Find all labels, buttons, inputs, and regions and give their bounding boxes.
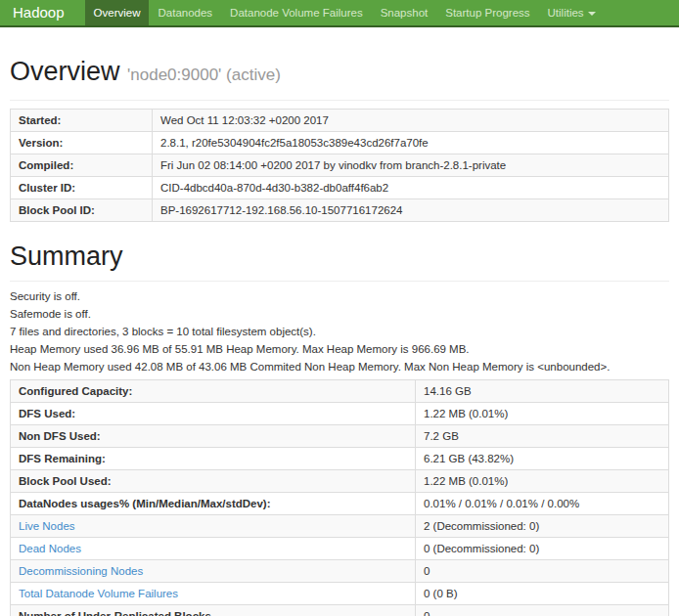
row-label: Configured Capacity:: [11, 380, 416, 403]
row-label: Number of Under-Replicated Blocks: [11, 605, 416, 616]
row-value: 14.16 GB: [416, 380, 669, 403]
main-content: Overview 'node0:9000' (active) Started:W…: [0, 57, 679, 616]
summary-table: Configured Capacity:14.16 GBDFS Used:1.2…: [10, 379, 669, 616]
row-label: Block Pool Used:: [11, 470, 416, 493]
nav-item-datanode-volume-failures[interactable]: Datanode Volume Failures: [221, 0, 372, 25]
navbar-brand[interactable]: Hadoop: [0, 0, 77, 25]
row-label: DFS Remaining:: [11, 448, 416, 470]
page-title-text: Overview: [10, 57, 120, 86]
total-datanode-volume-failures-link[interactable]: Total Datanode Volume Failures: [19, 588, 178, 599]
row-label: DFS Used:: [11, 403, 416, 425]
table-row: DFS Remaining:6.21 GB (43.82%): [11, 448, 669, 470]
row-value: 0 (Decommissioned: 0): [416, 538, 669, 560]
page-title: Overview 'node0:9000' (active): [10, 57, 669, 90]
divider: [10, 281, 669, 282]
row-value: BP-1692617712-192.168.56.10-150771617262…: [153, 199, 669, 222]
row-value: 0 (0 B): [416, 583, 669, 605]
page-subtitle: 'node0:9000' (active): [127, 66, 281, 84]
dead-nodes-link[interactable]: Dead Nodes: [19, 543, 81, 554]
row-value: 0: [416, 605, 669, 616]
row-value: 0: [416, 560, 669, 583]
row-label: Live Nodes: [11, 515, 416, 538]
row-value: 7.2 GB: [416, 425, 669, 448]
live-nodes-link[interactable]: Live Nodes: [19, 520, 75, 532]
table-row: Cluster ID:CID-4dbcd40a-870d-4d30-b382-d…: [11, 177, 669, 199]
summary-text-line: Safemode is off.: [10, 309, 669, 321]
table-row: Non DFS Used:7.2 GB: [11, 425, 669, 448]
table-row: DataNodes usages% (Min/Median/Max/stdDev…: [11, 493, 669, 515]
table-row: Total Datanode Volume Failures0 (0 B): [11, 583, 669, 605]
nav-item-datanodes[interactable]: Datanodes: [149, 0, 221, 25]
nav-item-utilities[interactable]: Utilities: [539, 0, 605, 25]
row-value: 2 (Decommissioned: 0): [416, 515, 669, 538]
row-value: 1.22 MB (0.01%): [416, 403, 669, 425]
summary-tbody: Configured Capacity:14.16 GBDFS Used:1.2…: [11, 380, 669, 616]
table-row: Number of Under-Replicated Blocks0: [11, 605, 669, 616]
row-label: Non DFS Used:: [11, 425, 416, 448]
divider: [10, 100, 669, 101]
row-label: Dead Nodes: [11, 538, 416, 560]
row-label: Decommissioning Nodes: [11, 560, 416, 583]
decommissioning-nodes-link[interactable]: Decommissioning Nodes: [19, 565, 143, 577]
row-label: Started:: [11, 110, 153, 132]
summary-title: Summary: [10, 242, 669, 271]
nav-item-startup-progress[interactable]: Startup Progress: [436, 0, 538, 25]
navbar: Hadoop OverviewDatanodesDatanode Volume …: [0, 0, 679, 27]
table-row: Started:Wed Oct 11 12:03:32 +0200 2017: [11, 110, 669, 132]
row-value: Fri Jun 02 08:14:00 +0200 2017 by vinodk…: [153, 154, 669, 177]
overview-table: Started:Wed Oct 11 12:03:32 +0200 2017Ve…: [10, 109, 669, 222]
summary-paragraphs: Security is off.Safemode is off.7 files …: [10, 291, 669, 374]
table-row: Compiled:Fri Jun 02 08:14:00 +0200 2017 …: [11, 154, 669, 177]
row-label: Total Datanode Volume Failures: [11, 583, 416, 605]
row-value: 0.01% / 0.01% / 0.01% / 0.00%: [416, 493, 669, 515]
table-row: Decommissioning Nodes0: [11, 560, 669, 583]
row-value: Wed Oct 11 12:03:32 +0200 2017: [153, 110, 669, 132]
row-label: Cluster ID:: [11, 177, 153, 199]
row-value: CID-4dbcd40a-870d-4d30-b382-db0aff4f6ab2: [153, 177, 669, 199]
table-row: Configured Capacity:14.16 GB: [11, 380, 669, 403]
overview-tbody: Started:Wed Oct 11 12:03:32 +0200 2017Ve…: [11, 110, 669, 222]
nav-item-overview[interactable]: Overview: [85, 0, 150, 25]
summary-text-line: Security is off.: [10, 291, 669, 303]
row-value: 2.8.1, r20fe5304904fc2f5a18053c389e43cd2…: [153, 132, 669, 154]
table-row: DFS Used:1.22 MB (0.01%): [11, 403, 669, 425]
navbar-menu: OverviewDatanodesDatanode Volume Failure…: [85, 0, 605, 25]
summary-text-line: Non Heap Memory used 42.08 MB of 43.06 M…: [10, 362, 669, 374]
row-label: Version:: [11, 132, 153, 154]
table-row: Live Nodes2 (Decommissioned: 0): [11, 515, 669, 538]
table-row: Block Pool ID:BP-1692617712-192.168.56.1…: [11, 199, 669, 222]
summary-text-line: 7 files and directories, 3 blocks = 10 t…: [10, 327, 669, 338]
row-label: DataNodes usages% (Min/Median/Max/stdDev…: [11, 493, 416, 515]
summary-text-line: Heap Memory used 36.96 MB of 55.91 MB He…: [10, 344, 669, 356]
table-row: Block Pool Used:1.22 MB (0.01%): [11, 470, 669, 493]
table-row: Version:2.8.1, r20fe5304904fc2f5a18053c3…: [11, 132, 669, 154]
chevron-down-icon: [588, 12, 596, 16]
row-value: 6.21 GB (43.82%): [416, 448, 669, 470]
row-label: Compiled:: [11, 154, 153, 177]
row-value: 1.22 MB (0.01%): [416, 470, 669, 493]
nav-item-snapshot[interactable]: Snapshot: [372, 0, 437, 25]
table-row: Dead Nodes0 (Decommissioned: 0): [11, 538, 669, 560]
row-label: Block Pool ID:: [11, 199, 153, 222]
